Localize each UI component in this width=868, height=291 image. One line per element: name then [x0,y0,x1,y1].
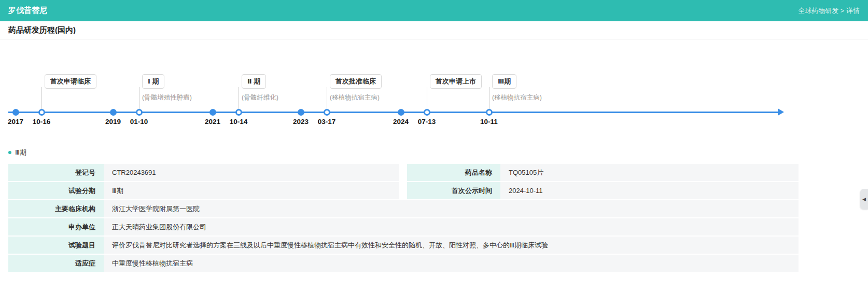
field-value-trial-title: 评价罗伐昔替尼对比研究者选择的方案在三线及以后中重度慢性移植物抗宿主病中有效性和… [104,237,799,254]
field-label-trial-title: 试验题目 [8,237,104,254]
timeline-year-dot [12,109,19,116]
timeline-connector [427,87,427,109]
timeline-date: 03-17 [301,118,353,126]
field-label-reg-no: 登记号 [8,164,104,181]
timeline-year-dot [298,109,304,116]
field-value-reg-no: CTR20243691 [104,164,399,181]
detail-table: 登记号 CTR20243691 药品名称 TQ05105片 试验分期 Ⅲ期 首次… [0,164,868,272]
detail-heading-label: Ⅲ期 [15,148,26,157]
field-label-sponsor: 申办单位 [8,218,104,235]
field-value-indication: 中重度慢性移植物抗宿主病 [104,255,799,272]
table-row: 主要临床机构 浙江大学医学院附属第一医院 [8,200,799,217]
field-label-publish-date: 首次公示时间 [407,182,500,199]
field-label-institution: 主要临床机构 [8,200,104,217]
timeline-year-dot [110,109,117,116]
timeline-event-sublabel: (骨髓增殖性肿瘤) [142,93,192,102]
timeline-axis [8,112,778,113]
field-value-sponsor: 正大天晴药业集团股份有限公司 [104,218,799,235]
timeline-event-label[interactable]: Ⅲ期 [492,74,516,89]
field-value-phase: Ⅲ期 [104,182,399,199]
table-row: 试验分期 Ⅲ期 首次公示时间 2024-10-11 [8,182,799,199]
timeline-date: 07-13 [401,118,453,126]
section-title: 药品研发历程(国内) [0,21,868,39]
timeline-event-sublabel: (骨髓纤维化) [242,93,278,102]
timeline-date: 10-11 [463,118,515,126]
timeline-event-dot[interactable] [424,109,430,116]
field-label-drug-name: 药品名称 [407,164,500,181]
timeline-event-dot[interactable] [486,109,493,116]
field-label-phase: 试验分期 [8,182,104,199]
timeline-connector [41,87,42,109]
detail-heading: Ⅲ期 [0,148,868,157]
field-value-drug-name: TQ05105片 [500,164,799,181]
timeline-date: 10-16 [16,118,67,126]
timeline-event-sublabel: (移植物抗宿主病) [492,93,542,102]
bullet-icon [8,151,11,154]
timeline-event-sublabel: (移植物抗宿主病) [330,93,380,102]
timeline-connector [327,87,327,109]
table-row: 适应症 中重度慢性移植物抗宿主病 [8,255,799,272]
timeline-year-dot [398,109,404,116]
timeline-event-label[interactable]: Ⅱ 期 [242,74,266,89]
header-bar: 罗伐昔替尼 全球药物研发 > 详情 [0,0,868,21]
timeline-connector [239,87,239,109]
timeline-event-dot[interactable] [38,109,45,116]
timeline-connector [139,87,139,109]
field-value-institution: 浙江大学医学院附属第一医院 [104,200,799,217]
column-gap [399,164,407,181]
timeline-event-label[interactable]: 首次申请上市 [430,74,482,89]
table-row: 登记号 CTR20243691 药品名称 TQ05105片 [8,164,799,181]
timeline-event-dot[interactable] [235,109,242,116]
timeline-event-dot[interactable] [136,109,143,116]
timeline: 2017 首次申请临床 10-16 2019 Ⅰ 期 (骨髓增殖性肿瘤) 01-… [0,39,868,143]
timeline-date: 10-14 [213,118,264,126]
timeline-event-dot[interactable] [324,109,330,116]
timeline-event-label[interactable]: 首次批准临床 [330,74,382,89]
page-title: 罗伐昔替尼 [8,6,47,16]
collapse-panel-button[interactable]: ◀ [860,189,868,210]
table-row: 试验题目 评价罗伐昔替尼对比研究者选择的方案在三线及以后中重度慢性移植物抗宿主病… [8,237,799,254]
timeline-arrow-icon [778,108,784,116]
timeline-year-dot [209,109,216,116]
timeline-event-label[interactable]: Ⅰ 期 [142,74,164,89]
breadcrumb[interactable]: 全球药物研发 > 详情 [798,6,860,16]
chevron-left-icon: ◀ [862,197,866,202]
timeline-event-label[interactable]: 首次申请临床 [45,74,96,89]
field-label-indication: 适应症 [8,255,104,272]
timeline-date: 01-10 [113,118,165,126]
table-row: 申办单位 正大天晴药业集团股份有限公司 [8,218,799,235]
column-gap [399,182,407,199]
timeline-connector [489,87,489,109]
field-value-publish-date: 2024-10-11 [500,182,799,199]
